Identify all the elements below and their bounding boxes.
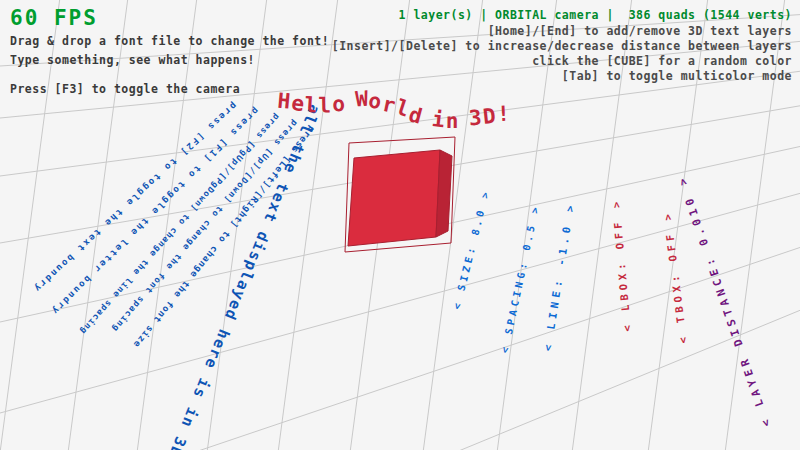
wave-char: l: [318, 96, 332, 117]
fps-counter: 60 FPS: [10, 6, 329, 30]
wave-char: D: [482, 106, 498, 128]
hud-top-right: 1 layer(s) | ORBITAL camera | 386 quads …: [332, 0, 792, 82]
help-line: [Home]/[End] to add/remove 3D text layer…: [332, 26, 792, 38]
hud-top-left: 60 FPS Drag & drop a font file to change…: [10, 0, 329, 97]
help-line: [Tab] to toggle multicolor mode: [332, 71, 792, 83]
help-line: [Insert]/[Delete] to increase/decrease d…: [332, 41, 792, 53]
wave-char: !: [496, 104, 511, 126]
camera-toggle-hint: Press [F3] to toggle the camera: [10, 82, 329, 97]
wave-char: l: [304, 95, 319, 117]
instructions: Drag & drop a font file to change the fo…: [10, 34, 329, 68]
instruction-line: Type something, see what happens!: [10, 53, 329, 68]
wave-char: 3: [468, 107, 483, 129]
instruction-line: Drag & drop a font file to change the fo…: [10, 34, 329, 49]
help-list: [Home]/[End] to add/remove 3D text layer…: [332, 26, 792, 83]
wave-char: n: [446, 111, 460, 132]
red-cube[interactable]: [348, 150, 440, 246]
help-line: click the [CUBE] for a random color: [332, 56, 792, 68]
3d-viewport[interactable]: 60 FPS Drag & drop a font file to change…: [0, 0, 800, 450]
status-bar: 1 layer(s) | ORBITAL camera | 386 quads …: [332, 8, 792, 22]
